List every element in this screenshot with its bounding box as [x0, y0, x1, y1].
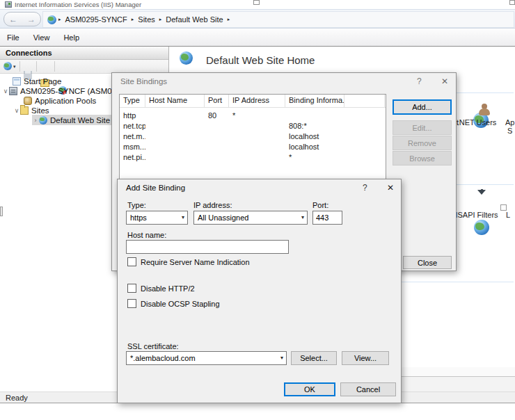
page-title: Default Web Site Home [206, 54, 315, 66]
table-cell [229, 122, 285, 132]
ssl-certificate-select[interactable]: *.alembacloud.com ▾ [126, 351, 287, 365]
column-header[interactable]: Type [120, 95, 145, 107]
sidebar-item-sites[interactable]: ∨ Sites [13, 105, 49, 115]
table-row[interactable]: http80* [120, 111, 386, 122]
breadcrumb[interactable]: ▸ASM0295-SYNCF▸Sites▸Default Web Site▸ [42, 11, 514, 28]
column-header[interactable]: Port [205, 95, 229, 107]
menu-item-help[interactable]: Help [63, 33, 79, 42]
edit-button[interactable]: Edit... [393, 120, 452, 135]
ok-button[interactable]: OK [284, 382, 335, 396]
chevron-down-icon[interactable]: ∨ [13, 107, 20, 114]
breadcrumb-item[interactable]: Sites [138, 15, 154, 24]
ip-address-label: IP address: [193, 201, 232, 209]
require-sni-label: Require Server Name Indication [141, 258, 250, 266]
table-row[interactable]: net.m...localhost [120, 132, 386, 143]
disable-ocsp-checkbox[interactable] [127, 299, 136, 308]
table-cell: net.tcp [120, 122, 145, 132]
chevron-down-icon: ▾ [182, 214, 184, 220]
table-cell: http [120, 111, 145, 122]
toolbar-separator [36, 61, 37, 72]
table-cell: 808:* [285, 122, 344, 132]
port-input[interactable] [312, 211, 342, 225]
breadcrumb-item[interactable]: Default Web Site [166, 15, 223, 24]
status-text: Ready [6, 394, 28, 402]
host-name-input[interactable] [126, 240, 289, 254]
ip-address-select[interactable]: All Unassigned ▾ [193, 211, 308, 225]
add-button[interactable]: Add... [393, 99, 452, 115]
disable-http2-checkbox[interactable] [127, 284, 136, 293]
table-cell [145, 153, 205, 163]
table-cell: msm... [120, 143, 145, 153]
table-cell [145, 143, 205, 153]
table-cell [205, 153, 229, 163]
menu-item-file[interactable]: File [7, 33, 19, 42]
feature-label-net-users[interactable]: .NET Users [454, 118, 500, 127]
table-cell: * [285, 153, 344, 163]
forward-icon[interactable]: → [27, 15, 35, 24]
disable-http2-label: Disable HTTP/2 [141, 284, 195, 293]
breadcrumb-items: ▸ASM0295-SYNCF▸Sites▸Default Web Site▸ [56, 15, 232, 24]
isapi-filters-icon[interactable] [474, 220, 489, 235]
back-icon[interactable]: ← [9, 15, 17, 24]
connections-header: Connections [0, 47, 168, 60]
table-cell [145, 132, 205, 143]
clipped-label-fragment-l: L [506, 211, 510, 219]
sidebar-item-default-web-site[interactable]: › Default Web Site [32, 115, 114, 125]
help-icon[interactable]: ? [417, 76, 422, 86]
table-row[interactable]: net.pi...* [120, 153, 386, 163]
select-certificate-button[interactable]: Select... [291, 351, 337, 365]
view-certificate-button[interactable]: View... [342, 351, 389, 365]
column-header[interactable] [344, 95, 385, 107]
window-control-fragment [509, 0, 515, 5]
sidebar-item-application-pools[interactable]: Application Pools [24, 95, 96, 106]
server-icon [9, 87, 17, 95]
menu-bar: FileViewHelp [0, 29, 515, 47]
iis-app-icon [5, 1, 12, 8]
browse-button[interactable]: Browse [393, 151, 452, 165]
help-icon[interactable]: ? [363, 183, 367, 193]
breadcrumb-separator-icon: ▸ [58, 17, 61, 22]
type-label: Type: [127, 201, 146, 209]
table-cell [145, 111, 205, 122]
add-site-binding-dialog: Add Site Binding ? ✕ Type: https ▾ IP ad… [117, 179, 402, 403]
menu-item-view[interactable]: View [33, 33, 50, 42]
breadcrumb-separator-icon: ▸ [132, 17, 134, 22]
require-sni-checkbox[interactable] [127, 257, 136, 266]
breadcrumb-item[interactable]: ASM0295-SYNCF [65, 15, 127, 24]
table-cell: net.pi... [120, 153, 145, 163]
remove-button[interactable]: Remove [393, 136, 452, 150]
close-button[interactable]: Close [403, 256, 452, 269]
table-cell: 80 [205, 111, 229, 122]
close-icon[interactable]: ✕ [387, 183, 394, 193]
application-pools-icon [24, 97, 32, 105]
clipped-label-fragment-s: S [507, 127, 512, 135]
type-select[interactable]: https ▾ [126, 211, 188, 225]
cancel-button[interactable]: Cancel [340, 382, 396, 396]
connections-title: Connections [6, 49, 52, 57]
bindings-table-header: TypeHost NamePortIP AddressBinding Infor… [120, 95, 386, 108]
table-row[interactable]: msm...localhost [120, 143, 386, 153]
sidebar-item-start-page[interactable]: Start Page [13, 76, 61, 86]
chevron-right-icon[interactable]: › [32, 117, 39, 124]
panel-splitter-handle[interactable] [0, 207, 3, 216]
column-header[interactable]: Host Name [145, 95, 205, 107]
column-header[interactable]: IP Address [229, 95, 285, 107]
table-row[interactable]: net.tcp808:* [120, 122, 386, 132]
chevron-down-icon[interactable]: ∨ [2, 88, 9, 95]
type-select-value: https [130, 213, 147, 222]
column-header[interactable]: Binding Informa... [285, 95, 344, 107]
close-icon[interactable]: ✕ [441, 76, 448, 86]
sites-folder-icon [20, 106, 29, 115]
connections-toolbar: ▾ × [0, 60, 168, 74]
disable-ocsp-label: Disable OCSP Stapling [141, 300, 220, 308]
toolbar-separator [19, 61, 20, 72]
connect-server-icon[interactable] [3, 62, 12, 70]
window-control-fragment [253, 0, 260, 5]
feature-label-isapi-filters[interactable]: ISAPI Filters [452, 211, 501, 219]
table-cell [285, 111, 344, 122]
site-globe-icon [47, 15, 56, 24]
chevron-down-icon: ▾ [280, 355, 283, 361]
connect-dropdown-icon[interactable]: ▾ [13, 64, 16, 70]
table-cell: localhost [285, 132, 344, 143]
port-label: Port: [312, 201, 328, 209]
